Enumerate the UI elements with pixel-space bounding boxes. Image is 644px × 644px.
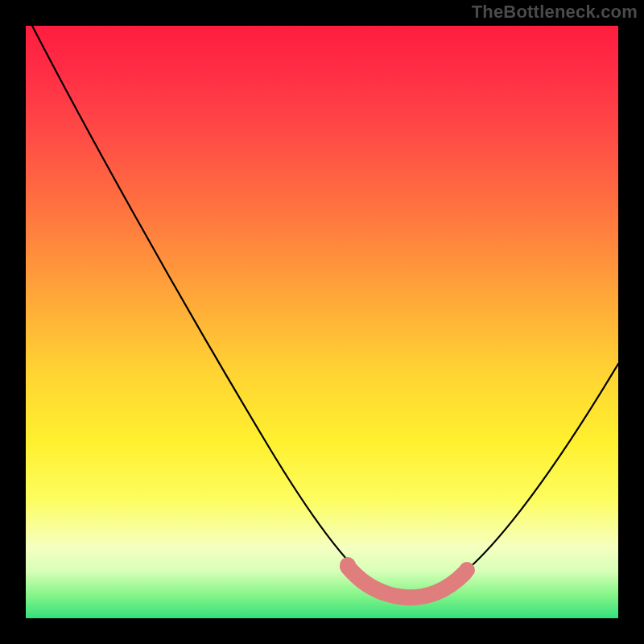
- chart-frame: TheBottleneck.com: [0, 0, 644, 644]
- bottleneck-curve: [32, 26, 618, 597]
- curve-layer: [26, 26, 618, 618]
- flat-highlight-end: [459, 562, 475, 578]
- plot-area: [26, 26, 618, 618]
- flat-highlight-start: [340, 557, 356, 573]
- watermark-text: TheBottleneck.com: [472, 2, 638, 23]
- flat-highlight: [348, 567, 464, 597]
